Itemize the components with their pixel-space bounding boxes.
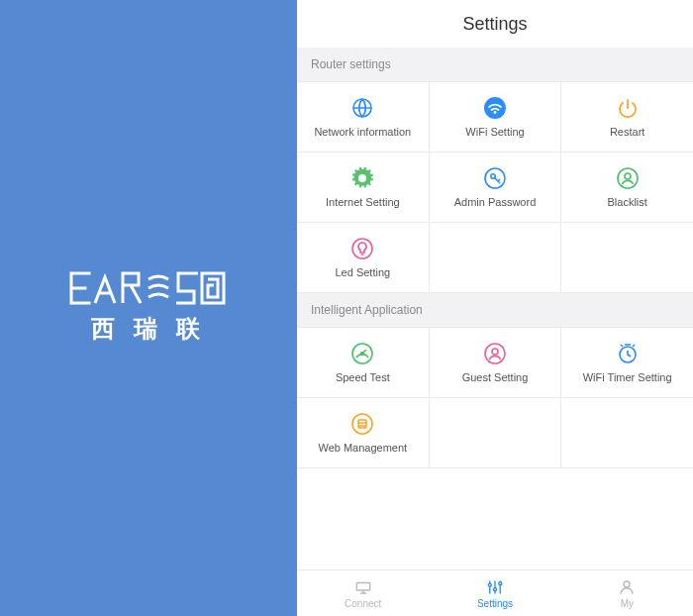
svg-point-7 [618,168,638,188]
svg-point-12 [485,344,505,363]
brand-splash: 西 瑞 联 [0,0,297,616]
clock-icon [616,342,640,365]
tile-wifi-setting[interactable]: WiFi Setting [430,82,561,152]
tab-label: My [621,598,634,609]
key-user-icon [483,166,507,190]
intelligent-app-grid: Speed Test Guest Setting [297,327,693,468]
tile-blank [430,398,561,467]
sliders-icon [486,578,504,596]
tile-label: Guest Setting [462,371,529,383]
router-settings-grid: Network information WiFi Sett [297,81,693,293]
gauge-icon [350,342,374,365]
svg-point-9 [352,239,372,258]
settings-screen: Settings Router settings Network informa… [297,0,693,616]
tile-guest-setting[interactable]: Guest Setting [430,328,561,397]
lightbulb-icon [350,237,374,260]
tile-label: Speed Test [336,371,390,383]
svg-point-18 [488,583,491,586]
tab-label: Settings [477,598,513,609]
svg-point-3 [494,111,497,114]
gear-icon [350,166,374,190]
brand-logo: 西 瑞 联 [69,271,228,345]
tile-label: Web Management [318,442,407,454]
svg-point-8 [625,173,631,179]
svg-point-13 [492,349,498,355]
tile-label: WiFi Timer Setting [583,371,672,383]
tab-settings[interactable]: Settings [429,570,560,616]
tab-connect[interactable]: Connect [297,570,429,616]
svg-point-15 [352,414,372,434]
user-icon [618,578,636,596]
svg-point-21 [624,581,630,587]
tab-my[interactable]: My [561,570,693,616]
tile-web-management[interactable]: Web Management [297,398,429,467]
section-header-intelligent: Intelligent Application [297,293,693,327]
tab-label: Connect [345,598,381,609]
tile-led-setting[interactable]: Led Setting [297,223,429,292]
connect-icon [354,578,372,596]
tile-blank [561,398,693,467]
tile-label: Led Setting [336,266,391,278]
svg-point-20 [499,581,502,584]
section-header-router: Router settings [297,48,693,81]
svg-rect-17 [356,582,370,590]
tile-label: Admin Password [454,196,537,208]
tile-label: Blacklist [607,196,646,208]
web-management-icon [350,412,374,436]
brand-logo-mark [69,271,228,305]
svg-point-4 [359,175,365,181]
tile-blacklist[interactable]: Blacklist [561,153,693,222]
tile-label: Internet Setting [326,196,400,208]
tile-label: Network information [314,126,411,138]
guest-user-icon [483,342,507,365]
tile-blank [561,223,693,292]
tile-network-information[interactable]: Network information [297,82,429,152]
tile-internet-setting[interactable]: Internet Setting [297,153,429,222]
tile-speed-test[interactable]: Speed Test [297,328,429,397]
svg-point-19 [493,587,496,590]
tile-label: WiFi Setting [465,126,524,138]
page-title: Settings [297,0,693,48]
bottom-tabbar: Connect Settings [297,569,693,616]
globe-icon [350,96,374,120]
brand-subtitle: 西 瑞 联 [91,313,205,345]
tile-label: Restart [610,126,644,138]
tile-restart[interactable]: Restart [561,82,693,152]
user-block-icon [616,166,640,190]
tile-admin-password[interactable]: Admin Password [430,153,561,222]
tile-wifi-timer-setting[interactable]: WiFi Timer Setting [561,328,693,397]
tile-blank [430,223,561,292]
power-icon [616,96,640,120]
wifi-icon [483,96,507,120]
